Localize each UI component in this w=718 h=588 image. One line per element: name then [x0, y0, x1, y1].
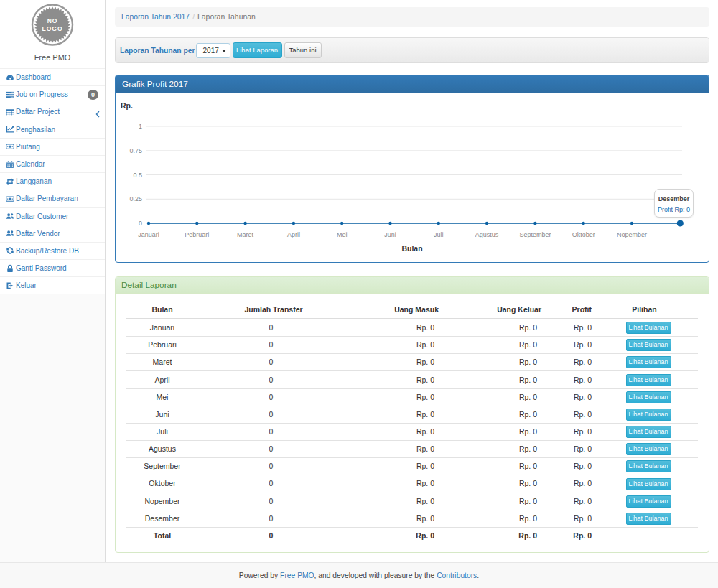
svg-text:NO: NO [47, 17, 58, 24]
svg-text:Juni: Juni [384, 231, 396, 238]
svg-text:Agustus: Agustus [475, 231, 499, 238]
svg-text:0.75: 0.75 [129, 146, 142, 154]
svg-text:Juli: Juli [434, 231, 444, 238]
svg-text:Januari: Januari [138, 231, 159, 238]
svg-text:1: 1 [139, 123, 142, 130]
svg-text:Nopember: Nopember [617, 231, 647, 238]
svg-text:April: April [287, 231, 300, 238]
svg-text:Oktober: Oktober [572, 231, 595, 238]
svg-text:LOGO: LOGO [42, 25, 62, 32]
svg-text:0.5: 0.5 [133, 171, 142, 178]
svg-text:September: September [519, 231, 551, 238]
svg-text:0: 0 [139, 220, 142, 227]
svg-text:Pebruari: Pebruari [185, 231, 209, 238]
svg-text:Mei: Mei [337, 231, 348, 238]
svg-text:0.25: 0.25 [129, 195, 142, 202]
svg-text:Maret: Maret [237, 231, 254, 238]
